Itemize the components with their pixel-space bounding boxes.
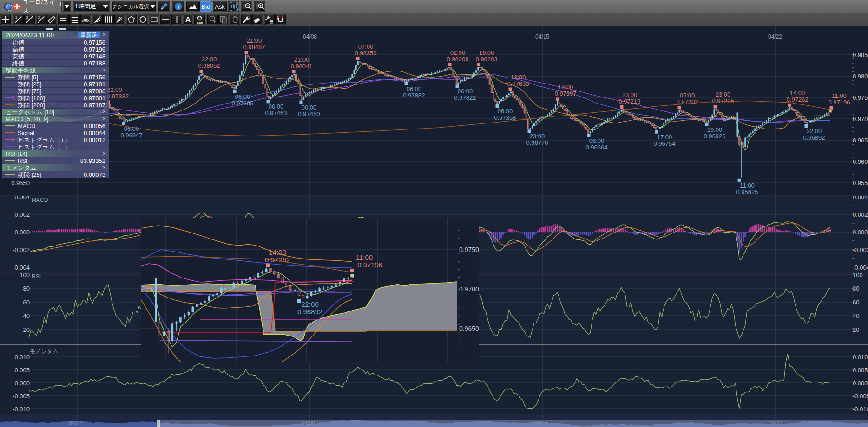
svg-text:14:00: 14:00 — [790, 90, 805, 97]
svg-text:04/22: 04/22 — [768, 33, 782, 40]
svg-text:-0.005: -0.005 — [13, 393, 30, 400]
svg-text:05:00: 05:00 — [680, 92, 695, 99]
svg-text:16:00: 16:00 — [479, 49, 494, 56]
svg-text:-0.010: -0.010 — [13, 406, 30, 413]
svg-text:19:00: 19:00 — [707, 126, 723, 133]
svg-text:0.97332: 0.97332 — [107, 93, 129, 100]
svg-text:-0.002: -0.002 — [13, 246, 30, 253]
svg-text:-0.004: -0.004 — [853, 264, 868, 271]
svg-text:11:00: 11:00 — [356, 253, 373, 261]
svg-text:2: 2 — [26, 15, 28, 19]
svg-text:0.9800: 0.9800 — [853, 73, 868, 80]
svg-text:22:00: 22:00 — [301, 300, 319, 308]
svg-text:21:00: 21:00 — [294, 56, 309, 63]
svg-text:20: 20 — [853, 326, 859, 333]
svg-text:06:00: 06:00 — [589, 137, 605, 144]
svg-text:0.96947: 0.96947 — [121, 132, 143, 139]
svg-text:0.9550: 0.9550 — [11, 180, 30, 187]
svg-text:06:00: 06:00 — [269, 103, 284, 110]
svg-text:0.000: 0.000 — [14, 380, 30, 387]
svg-text:04/08: 04/08 — [301, 420, 315, 427]
svg-text:06:00: 06:00 — [124, 125, 139, 132]
svg-text:0.98041: 0.98041 — [291, 63, 313, 70]
svg-text:i: i — [178, 3, 179, 10]
svg-text:04/01: 04/01 — [69, 420, 83, 427]
svg-text:0.96754: 0.96754 — [654, 140, 676, 147]
svg-text:0.96892: 0.96892 — [803, 134, 825, 141]
svg-text:07:00: 07:00 — [358, 43, 374, 50]
svg-text:60: 60 — [853, 299, 859, 306]
svg-text:0.000: 0.000 — [14, 229, 30, 236]
svg-text:0.9700: 0.9700 — [459, 285, 479, 293]
svg-text:icon: icon — [197, 21, 203, 24]
svg-text:0.96892: 0.96892 — [297, 308, 322, 316]
svg-text:06:00: 06:00 — [407, 85, 422, 92]
svg-text:0.97695: 0.97695 — [232, 100, 254, 107]
svg-text:0.004: 0.004 — [14, 194, 30, 201]
svg-text:0.96770: 0.96770 — [526, 139, 548, 146]
svg-text:0.9600: 0.9600 — [853, 158, 868, 165]
svg-text:0.9650: 0.9650 — [853, 137, 868, 144]
svg-text:11:00: 11:00 — [832, 92, 847, 99]
svg-text:0.97882: 0.97882 — [403, 92, 425, 99]
svg-text:06:00: 06:00 — [498, 108, 513, 115]
svg-text:04/22: 04/22 — [769, 420, 783, 427]
svg-text:0.98350: 0.98350 — [355, 50, 377, 57]
svg-text:RSI: RSI — [32, 273, 41, 280]
svg-text:0.97262: 0.97262 — [787, 96, 809, 103]
svg-text:0.97633: 0.97633 — [507, 80, 529, 87]
svg-text:0.9650: 0.9650 — [459, 325, 479, 332]
svg-text:モメンタム: モメンタム — [30, 348, 58, 355]
svg-text:0.96664: 0.96664 — [586, 144, 608, 151]
svg-text:0.010: 0.010 — [14, 354, 30, 361]
svg-text:0.97202: 0.97202 — [677, 98, 698, 105]
svg-text:21:00: 21:00 — [247, 37, 262, 44]
svg-text:0.9750: 0.9750 — [853, 94, 868, 101]
svg-text:1: 1 — [15, 15, 17, 19]
svg-text:13:00: 13:00 — [511, 74, 526, 81]
svg-text:40: 40 — [23, 312, 30, 319]
svg-text:04/08: 04/08 — [303, 33, 317, 40]
svg-text:23:00: 23:00 — [716, 91, 731, 98]
svg-text:3: 3 — [38, 15, 40, 19]
svg-text:-0.004: -0.004 — [13, 264, 30, 271]
svg-text:0.005: 0.005 — [14, 367, 30, 374]
svg-text:0.97225: 0.97225 — [712, 97, 734, 104]
svg-text:0.9750: 0.9750 — [459, 246, 479, 253]
svg-text:0.97463: 0.97463 — [265, 110, 287, 116]
svg-text:02:00: 02:00 — [450, 49, 466, 56]
svg-text:-0.002: -0.002 — [853, 246, 868, 253]
svg-text:0.98052: 0.98052 — [198, 62, 220, 69]
svg-text:0.97397: 0.97397 — [555, 90, 577, 97]
svg-text:11:00: 11:00 — [740, 182, 755, 189]
svg-text:17:00: 17:00 — [657, 134, 672, 141]
svg-text:0.97358: 0.97358 — [494, 114, 516, 121]
svg-text:23:00: 23:00 — [622, 91, 638, 98]
svg-text:22:00: 22:00 — [107, 86, 122, 93]
svg-text:0.9550: 0.9550 — [853, 180, 868, 187]
svg-text:0.97196: 0.97196 — [357, 261, 382, 269]
svg-text:0.97262: 0.97262 — [265, 256, 290, 264]
svg-text:0.97196: 0.97196 — [829, 99, 850, 106]
svg-text:04/15: 04/15 — [534, 420, 548, 427]
svg-text:13:00: 13:00 — [558, 84, 573, 91]
svg-text:0.002: 0.002 — [14, 211, 30, 218]
svg-text:MACD: MACD — [32, 197, 48, 203]
svg-text:A: A — [185, 15, 191, 24]
svg-text:04/15: 04/15 — [535, 33, 549, 40]
svg-text:0.97219: 0.97219 — [619, 98, 641, 105]
svg-text:0.95625: 0.95625 — [736, 188, 758, 195]
svg-text:0.96926: 0.96926 — [704, 133, 726, 140]
svg-text:06:00: 06:00 — [235, 93, 250, 100]
svg-text:0.97822: 0.97822 — [454, 94, 476, 101]
svg-text:14:00: 14:00 — [269, 248, 286, 256]
svg-text:0.98487: 0.98487 — [243, 44, 265, 51]
svg-text:22:00: 22:00 — [807, 128, 822, 135]
svg-text:0.9700: 0.9700 — [853, 116, 868, 123]
svg-text:00:00: 00:00 — [302, 104, 317, 111]
svg-text:0.9850: 0.9850 — [853, 52, 868, 58]
svg-text:80: 80 — [23, 285, 30, 292]
svg-text:60: 60 — [23, 299, 30, 306]
svg-text:0.98206: 0.98206 — [447, 56, 469, 63]
svg-text:23:00: 23:00 — [530, 133, 545, 140]
